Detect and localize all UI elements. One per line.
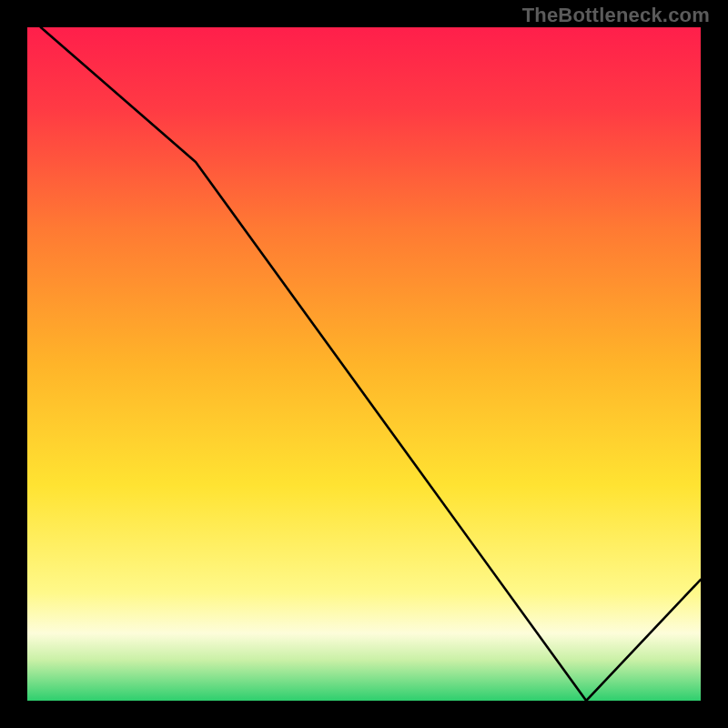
chart-plot xyxy=(27,27,701,701)
attribution-text: TheBottleneck.com xyxy=(522,4,710,27)
chart-frame: TheBottleneck.com xyxy=(0,0,728,728)
gradient-background xyxy=(27,27,701,701)
